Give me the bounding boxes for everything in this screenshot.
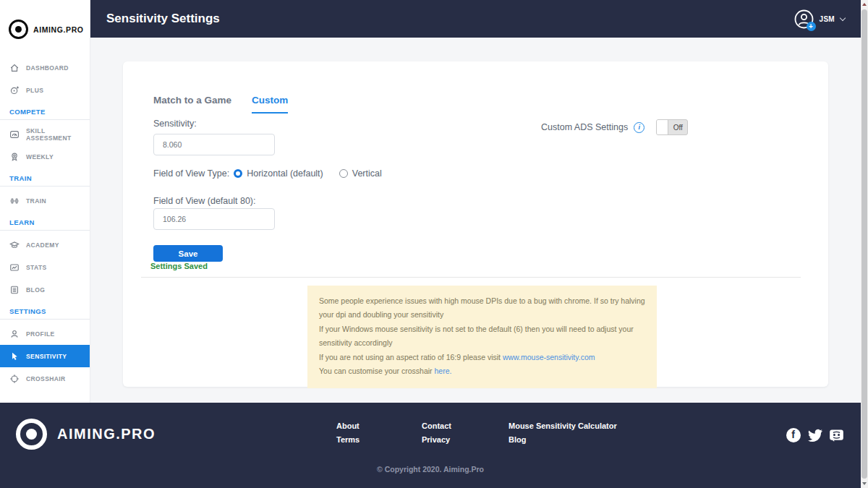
- sensitivity-label: Sensitivity:: [153, 119, 197, 129]
- dumbbell-icon: [9, 196, 20, 206]
- footer-links-col3: Mouse Sensitivity Calculator Blog: [509, 421, 617, 444]
- ads-settings-row: Custom ADS Settings i Off: [541, 119, 688, 135]
- bullseye-logo-icon: [16, 419, 47, 450]
- fov-label: Field of View (default 80):: [153, 196, 256, 206]
- header-bar: Sensitivity Settings + JSM: [90, 0, 861, 38]
- footer-brand-logo[interactable]: AIMING.PRO: [16, 419, 156, 450]
- sidebar-item-stats[interactable]: STATS: [0, 256, 90, 278]
- sidebar-item-skill-assessment[interactable]: SKILL ASSESSMENT: [0, 123, 90, 145]
- footer-links-col2: Contact Privacy: [422, 421, 451, 444]
- social-icons: f: [786, 427, 844, 442]
- footer-link-privacy[interactable]: Privacy: [422, 435, 451, 444]
- sidebar-item-label: TRAIN: [26, 197, 46, 205]
- sidebar-section-train: TRAIN: [0, 168, 90, 187]
- avatar[interactable]: +: [794, 9, 814, 29]
- info-icon[interactable]: i: [634, 122, 644, 133]
- tab-match-to-a-game[interactable]: Match to a Game: [153, 95, 231, 114]
- sidebar-item-label: CROSSHAIR: [26, 375, 66, 382]
- sidebar-section-settings: SETTINGS: [0, 301, 90, 320]
- discord-icon[interactable]: [829, 427, 844, 442]
- sidebar-item-sensitivity[interactable]: SENSITIVITY: [0, 345, 90, 367]
- user-menu[interactable]: + JSM: [794, 9, 845, 29]
- app-root: Sensitivity Settings + JSM AIMING.PRO: [0, 0, 868, 488]
- page-title: Sensitivity Settings: [106, 12, 794, 26]
- username: JSM: [820, 15, 835, 23]
- mouse-sensitivity-link[interactable]: www.mouse-sensitivity.com: [503, 353, 595, 361]
- sidebar: AIMING.PRO DASHBOARD PLUS COMPETE SKILL …: [0, 0, 90, 403]
- notice-line: Some people experience issues with high …: [319, 294, 645, 322]
- sidebar-item-label: ACADEMY: [26, 241, 59, 249]
- sidebar-item-profile[interactable]: PROFILE: [0, 322, 90, 345]
- sidebar-section-learn: LEARN: [0, 212, 90, 231]
- ads-settings-label: Custom ADS Settings: [541, 122, 628, 132]
- scrollbar-down-arrow[interactable]: [861, 479, 868, 488]
- fov-type-label: Field of View Type:: [153, 168, 229, 179]
- footer-link-terms[interactable]: Terms: [336, 435, 359, 444]
- copyright-text: © Copyright 2020. Aiming.Pro: [0, 465, 861, 474]
- radio-vertical-label: Vertical: [352, 168, 382, 179]
- sidebar-item-label: SENSITIVITY: [26, 353, 67, 360]
- sidebar-item-label: DASHBOARD: [26, 64, 69, 72]
- cursor-icon: [9, 351, 20, 361]
- save-button[interactable]: Save: [153, 245, 223, 262]
- line-chart-icon: [9, 262, 20, 273]
- footer-link-about[interactable]: About: [336, 421, 359, 430]
- tab-custom[interactable]: Custom: [252, 95, 288, 114]
- radio-horizontal[interactable]: [234, 169, 242, 178]
- page-scrollbar[interactable]: [861, 0, 868, 488]
- brand-name: AIMING.PRO: [33, 25, 84, 34]
- sidebar-item-dashboard[interactable]: DASHBOARD: [0, 56, 90, 79]
- twitter-icon[interactable]: [807, 427, 822, 442]
- bullseye-logo-icon: [9, 20, 28, 39]
- scrollbar-up-arrow[interactable]: [861, 0, 868, 9]
- settings-saved-message: Settings Saved: [150, 262, 208, 270]
- sidebar-item-label: BLOG: [26, 286, 45, 294]
- footer-link-blog[interactable]: Blog: [509, 435, 617, 444]
- target-plus-icon: [9, 85, 20, 95]
- fov-input[interactable]: [153, 208, 275, 230]
- footer-links-col1: About Terms: [336, 421, 359, 444]
- sidebar-section-compete: COMPETE: [0, 101, 90, 120]
- footer-link-contact[interactable]: Contact: [422, 421, 451, 430]
- sensitivity-input[interactable]: [153, 134, 275, 155]
- footer-brand-name: AIMING.PRO: [57, 426, 156, 442]
- radio-horizontal-label: Horizontal (default): [247, 168, 323, 179]
- medal-icon: [9, 152, 20, 162]
- sidebar-item-weekly[interactable]: WEEKLY: [0, 145, 90, 168]
- sidebar-item-blog[interactable]: BLOG: [0, 278, 90, 301]
- notice-line: If your Windows mouse sensitivity is not…: [319, 322, 645, 351]
- chevron-down-icon: [840, 14, 846, 20]
- notice-line: You can customise your crosshair here.: [319, 364, 645, 378]
- facebook-icon[interactable]: f: [786, 427, 801, 442]
- avatar-plus-badge: +: [807, 22, 816, 31]
- sidebar-item-label: SKILL ASSESSMENT: [26, 127, 84, 142]
- sidebar-item-label: PLUS: [26, 87, 43, 94]
- sidebar-item-label: STATS: [26, 264, 47, 271]
- toggle-state-label: Off: [668, 124, 687, 132]
- brand-logo[interactable]: AIMING.PRO: [0, 0, 90, 56]
- sidebar-item-plus[interactable]: PLUS: [0, 79, 90, 101]
- notice-box: Some people experience issues with high …: [307, 286, 657, 388]
- tab-bar: Match to a Game Custom: [153, 95, 288, 114]
- crosshair-here-link[interactable]: here.: [435, 367, 452, 375]
- book-icon: [9, 285, 20, 295]
- sidebar-item-label: WEEKLY: [26, 153, 54, 160]
- footer: AIMING.PRO About Terms Contact Privacy M…: [0, 403, 861, 488]
- gauge-icon: [9, 129, 20, 140]
- sidebar-item-academy[interactable]: ACADEMY: [0, 234, 90, 256]
- settings-card: Match to a Game Custom Sensitivity: Cust…: [123, 61, 828, 387]
- sidebar-item-train[interactable]: TRAIN: [0, 189, 90, 212]
- crosshair-icon: [9, 374, 20, 384]
- footer-link-mouse-sensitivity-calculator[interactable]: Mouse Sensitivity Calculator: [509, 421, 617, 430]
- user-icon: [9, 329, 20, 339]
- scrollbar-thumb[interactable]: [861, 9, 867, 479]
- divider: [141, 277, 801, 278]
- notice-line: If you are not using an aspect ratio of …: [319, 351, 645, 364]
- radio-vertical[interactable]: [339, 169, 348, 178]
- main-content: Match to a Game Custom Sensitivity: Cust…: [90, 38, 861, 403]
- home-icon: [9, 63, 20, 73]
- fov-type-row: Field of View Type: Horizontal (default)…: [153, 168, 382, 179]
- toggle-knob: [657, 120, 668, 134]
- ads-toggle[interactable]: Off: [656, 119, 688, 135]
- sidebar-item-crosshair[interactable]: CROSSHAIR: [0, 367, 90, 390]
